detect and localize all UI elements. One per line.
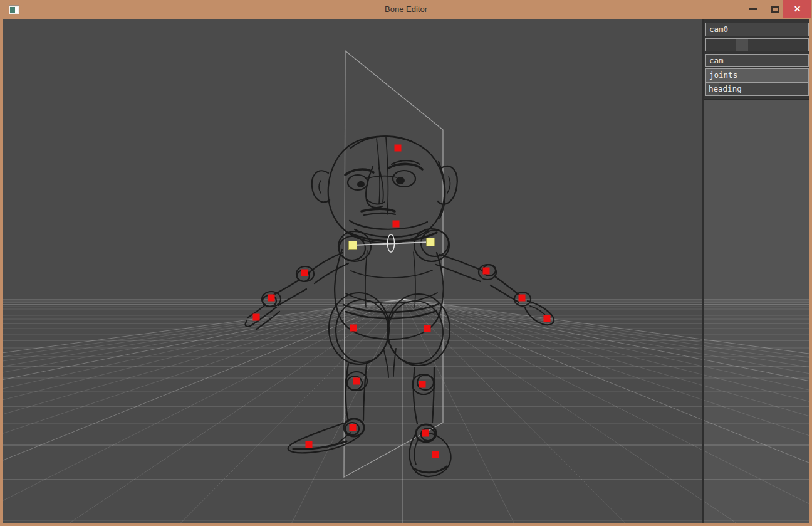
app-icon-pane (10, 7, 15, 13)
titlebar[interactable]: Bone Editor ✕ (0, 0, 812, 19)
joint-marker-right-toe[interactable] (432, 451, 439, 458)
cam-field[interactable]: cam (705, 54, 809, 67)
joint-marker-left-hand[interactable] (253, 314, 260, 321)
app-icon-pane (15, 7, 18, 13)
joint-marker-left-ankle[interactable] (350, 424, 357, 431)
scene-canvas (3, 19, 809, 523)
joint-marker-right-wrist[interactable] (519, 295, 526, 302)
widget-panel: cam0 cam joints heading (704, 19, 809, 100)
joint-marker-left-wrist[interactable] (268, 295, 275, 302)
joint-marker-right-hand[interactable] (544, 315, 551, 322)
slider-handle[interactable] (736, 39, 748, 51)
sidebar-panel: cam0 cam joints heading (702, 19, 809, 523)
joint-marker-right-hip[interactable] (424, 325, 431, 332)
camera-name-field[interactable]: cam0 (705, 23, 809, 36)
maximize-icon (771, 6, 779, 13)
window-title: Bone Editor (0, 0, 812, 19)
joint-marker-right-ankle[interactable] (422, 430, 429, 437)
joints-button[interactable]: joints (705, 68, 809, 82)
joint-marker-head-top[interactable] (395, 145, 402, 152)
close-button[interactable]: ✕ (783, 0, 811, 18)
viewport-3d[interactable]: cam0 cam joints heading (3, 19, 809, 523)
drawing-plane (344, 51, 443, 477)
minimize-icon (749, 8, 757, 10)
joints-button-label: joints (709, 70, 737, 80)
bone-handle-left[interactable] (349, 241, 357, 250)
cam-field-value: cam (709, 56, 724, 65)
joint-marker-left-toe[interactable] (306, 441, 313, 448)
joint-marker-left-knee[interactable] (353, 378, 360, 385)
grid-layer (3, 299, 809, 523)
joint-marker-neck[interactable] (393, 221, 400, 228)
bone-handle-right[interactable] (427, 238, 435, 246)
camera-slider[interactable] (705, 38, 809, 51)
joint-marker-right-elbow[interactable] (483, 268, 490, 275)
joint-marker-right-knee[interactable] (419, 381, 426, 388)
joint-marker-left-hip[interactable] (350, 325, 357, 332)
app-window: Bone Editor ✕ (0, 0, 812, 526)
camera-name-value: cam0 (709, 24, 728, 34)
joint-marker-left-elbow[interactable] (301, 270, 308, 276)
heading-field-value: heading (709, 84, 742, 93)
close-icon: ✕ (794, 4, 801, 14)
heading-field[interactable]: heading (705, 82, 809, 96)
app-icon[interactable] (9, 5, 19, 14)
minimize-button[interactable] (741, 0, 764, 18)
